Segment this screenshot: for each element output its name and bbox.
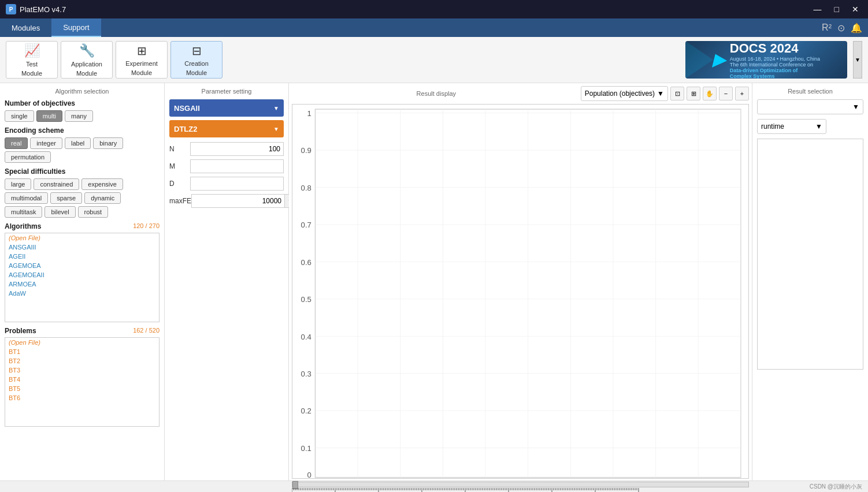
svg-text:1: 1 <box>307 109 311 118</box>
prob-bt1[interactable]: BT1 <box>5 347 159 356</box>
many-objective-button[interactable]: many <box>65 110 93 122</box>
problems-count: 162 / 520 <box>133 327 159 335</box>
expensive-button[interactable]: expensive <box>81 178 123 190</box>
param-n-label: N <box>169 145 190 153</box>
algo-agemoeaii[interactable]: AGEMOEAII <box>5 270 159 279</box>
algo-ageii[interactable]: AGEII <box>5 252 159 261</box>
chart-container: 1 0.9 0.8 0.7 0.6 0.5 0.4 0.3 0.2 0.1 0 <box>292 104 749 479</box>
banner-desc1: The 6th International Conference on <box>730 62 820 68</box>
github-icon[interactable]: ⊙ <box>837 23 845 33</box>
test-module-button[interactable]: 📈 Test Module <box>6 41 58 79</box>
plot-copy-button[interactable]: ⊡ <box>670 87 684 100</box>
prob-bt6[interactable]: BT6 <box>5 393 159 402</box>
titlebar-controls[interactable]: — □ ✕ <box>810 3 862 15</box>
algorithms-title: Algorithms <box>5 222 41 230</box>
param-n-input[interactable] <box>190 142 284 156</box>
prob-bt2[interactable]: BT2 <box>5 356 159 366</box>
experiment-module-label: Experiment <box>125 60 158 67</box>
minimize-button[interactable]: — <box>810 3 825 15</box>
docs-banner[interactable]: ▶ DOCS 2024 August 16-18, 2024 • Hangzho… <box>685 41 847 79</box>
svg-text:0.8: 0.8 <box>301 184 311 192</box>
plot-grid-button[interactable]: ⊞ <box>687 87 700 100</box>
algorithms-list[interactable]: (Open File) ANSGAIII AGEII AGEMOEA AGEMO… <box>5 233 159 322</box>
single-objective-button[interactable]: single <box>5 110 34 122</box>
algo-armoea[interactable]: ARMOEA <box>5 279 159 289</box>
app-logo: P <box>6 4 16 14</box>
multimodal-button[interactable]: multimodal <box>5 192 48 204</box>
svg-text:0.6: 0.6 <box>301 258 311 267</box>
robust-button[interactable]: robust <box>78 206 109 218</box>
progress-slider[interactable] <box>292 482 749 487</box>
banner-desc2: Data-driven Optimization of <box>730 68 820 73</box>
svg-text:0.5: 0.5 <box>301 295 311 304</box>
problems-list[interactable]: (Open File) BT1 BT2 BT3 BT4 BT5 BT6 <box>5 337 159 427</box>
label-encoding-button[interactable]: label <box>65 137 91 149</box>
plot-pan-button[interactable]: ✋ <box>703 87 717 100</box>
prob-bt5[interactable]: BT5 <box>5 384 159 393</box>
objectives-button-group: single multi many <box>5 110 159 122</box>
algorithm-dropdown-value: NSGAII <box>174 104 200 113</box>
application-module-label: Application <box>71 61 102 68</box>
titlebar-left: P PlatEMO v4.7 <box>6 4 66 14</box>
svg-text:0.7: 0.7 <box>301 221 311 229</box>
toolbar-scroll-button[interactable]: ▼ <box>853 41 862 79</box>
toolbar: 📈 Test Module 🔧 Application Module ⊞ Exp… <box>0 37 868 83</box>
param-m-input[interactable] <box>190 159 284 173</box>
algorithm-dropdown-arrow: ▼ <box>273 105 279 111</box>
dynamic-button[interactable]: dynamic <box>84 192 121 204</box>
result-display-dropdown[interactable]: Population (objectives) ▼ <box>581 86 668 101</box>
svg-text:0.1: 0.1 <box>301 444 311 453</box>
tab-support[interactable]: Support <box>51 18 101 37</box>
param-maxfe-input[interactable] <box>191 194 284 208</box>
param-n-row: N <box>169 142 284 156</box>
result-runtime-value: runtime <box>761 122 784 131</box>
algo-agemoea[interactable]: AGEMOEA <box>5 261 159 270</box>
algo-ansgaiii[interactable]: ANSGAIII <box>5 243 159 252</box>
close-button[interactable]: ✕ <box>848 3 862 15</box>
test-module-label2: Module <box>21 70 42 77</box>
multitask-button[interactable]: multitask <box>5 206 42 218</box>
result-runtime-dropdown[interactable]: runtime ▼ <box>757 119 826 134</box>
prob-bt4[interactable]: BT4 <box>5 375 159 384</box>
bilevel-button[interactable]: bilevel <box>44 206 75 218</box>
plot-zoom-in-button[interactable]: + <box>735 87 749 100</box>
svg-text:0.9: 0.9 <box>301 146 311 155</box>
algorithm-dropdown[interactable]: NSGAII ▼ <box>169 99 284 117</box>
integer-encoding-button[interactable]: integer <box>30 137 62 149</box>
problem-dropdown-value: DTLZ2 <box>174 125 197 133</box>
prob-open-file[interactable]: (Open File) <box>5 338 159 347</box>
multi-objective-button[interactable]: multi <box>36 110 62 122</box>
r-squared-icon[interactable]: R² <box>822 23 832 33</box>
binary-encoding-button[interactable]: binary <box>93 137 123 149</box>
real-encoding-button[interactable]: real <box>5 137 28 149</box>
titlebar: P PlatEMO v4.7 — □ ✕ <box>0 0 868 18</box>
menubar: Modules Support R² ⊙ 🔔 <box>0 18 868 37</box>
notification-icon[interactable]: 🔔 <box>851 23 862 33</box>
param-maxfe-input-group: ▼ <box>191 194 296 208</box>
param-d-input[interactable] <box>190 177 284 191</box>
algo-open-file[interactable]: (Open File) <box>5 233 159 243</box>
plot-area: Result display Population (objectives) ▼… <box>289 83 752 480</box>
banner-title: DOCS 2024 <box>730 41 820 56</box>
creation-module-button[interactable]: ⊟ Creation Module <box>170 41 222 79</box>
prob-bt3[interactable]: BT3 <box>5 366 159 375</box>
application-module-button[interactable]: 🔧 Application Module <box>61 41 113 79</box>
sparse-button[interactable]: sparse <box>50 192 82 204</box>
result-main-dropdown[interactable]: ▼ <box>757 99 863 114</box>
application-module-label2: Module <box>76 70 97 77</box>
application-module-icon: 🔧 <box>79 43 95 58</box>
banner-content: ▶ DOCS 2024 August 16-18, 2024 • Hangzho… <box>713 41 820 79</box>
experiment-module-button[interactable]: ⊞ Experiment Module <box>116 41 168 79</box>
problem-dropdown[interactable]: DTLZ2 ▼ <box>169 120 284 137</box>
constrained-button[interactable]: constrained <box>34 178 79 190</box>
app-title: PlatEMO v4.7 <box>20 5 66 14</box>
tab-modules[interactable]: Modules <box>0 18 51 37</box>
permutation-encoding-button[interactable]: permutation <box>5 151 51 163</box>
algo-adaw[interactable]: AdaW <box>5 289 159 298</box>
maximize-button[interactable]: □ <box>831 3 843 15</box>
algorithms-count: 120 / 270 <box>133 222 159 230</box>
result-display-dropdown-value: Population (objectives) <box>585 90 655 98</box>
plot-zoom-out-button[interactable]: − <box>719 87 733 100</box>
large-button[interactable]: large <box>5 178 31 190</box>
tick-marks <box>292 488 749 492</box>
